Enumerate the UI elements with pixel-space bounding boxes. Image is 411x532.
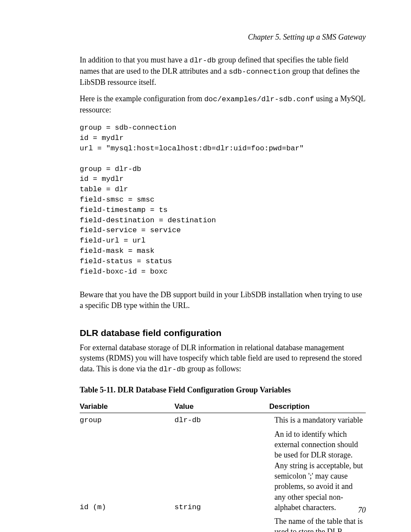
cell-variable: id (m) bbox=[80, 427, 174, 514]
table-row: table (m) string The name of the table t… bbox=[80, 514, 366, 532]
text: group as follows: bbox=[185, 364, 241, 373]
inline-code: dlr-db bbox=[159, 365, 185, 373]
table-header-variable: Variable bbox=[80, 401, 174, 413]
intro-paragraph-2: Here is the example configuration from d… bbox=[80, 93, 366, 115]
cell-description: An id to identify which external connect… bbox=[269, 427, 366, 514]
section-heading: DLR database field configuration bbox=[80, 328, 366, 338]
table-row: group dlr-db This is a mandatory variabl… bbox=[80, 413, 366, 427]
cell-description: The name of the table that is used to st… bbox=[269, 514, 366, 532]
beware-paragraph: Beware that you have the DB support buil… bbox=[80, 289, 366, 311]
table-header-value: Value bbox=[174, 401, 269, 413]
cell-value: string bbox=[174, 514, 269, 532]
cell-variable: group bbox=[80, 413, 174, 427]
page: Chapter 5. Setting up a SMS Gateway In a… bbox=[0, 0, 411, 532]
cell-variable: table (m) bbox=[80, 514, 174, 532]
inline-code: sdb-connection bbox=[229, 68, 290, 76]
table-header-description: Description bbox=[269, 401, 366, 413]
table-header-row: Variable Value Description bbox=[80, 401, 366, 413]
table-caption: Table 5-11. DLR Database Field Configura… bbox=[80, 386, 366, 395]
chapter-header: Chapter 5. Setting up a SMS Gateway bbox=[80, 33, 366, 42]
text: In addition to that you must have a bbox=[80, 56, 190, 64]
intro-paragraph-1: In addition to that you must have a dlr-… bbox=[80, 55, 366, 87]
page-number: 70 bbox=[358, 506, 366, 515]
text: Here is the example configuration from bbox=[80, 94, 204, 103]
config-code-block: group = sdb-connection id = mydlr url = … bbox=[80, 123, 366, 277]
table-row: id (m) string An id to identify which ex… bbox=[80, 427, 366, 514]
inline-code: doc/examples/dlr-sdb.conf bbox=[204, 95, 314, 103]
section-paragraph: For external database storage of DLR inf… bbox=[80, 342, 366, 375]
config-variables-table: Variable Value Description group dlr-db … bbox=[80, 401, 366, 532]
cell-value: string bbox=[174, 427, 269, 514]
cell-description: This is a mandatory variable bbox=[269, 413, 366, 427]
inline-code: dlr-db bbox=[190, 56, 216, 65]
cell-value: dlr-db bbox=[174, 413, 269, 427]
